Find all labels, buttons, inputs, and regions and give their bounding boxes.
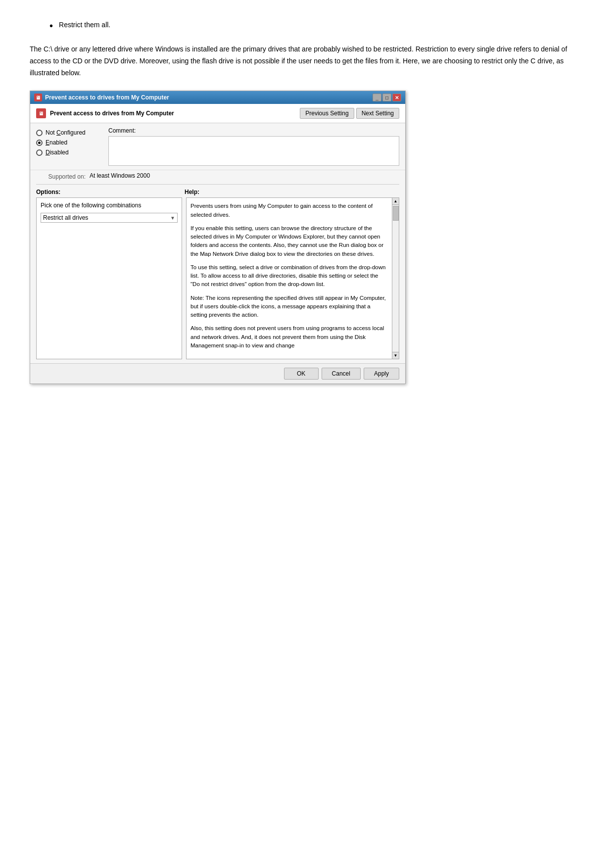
- options-panel: Pick one of the following combinations R…: [36, 197, 182, 359]
- options-bar-label: Options:: [36, 189, 185, 195]
- policy-nav-buttons: Previous Setting Next Setting: [300, 108, 399, 119]
- comment-textarea[interactable]: [108, 136, 399, 166]
- scroll-up-button[interactable]: ▲: [392, 198, 399, 205]
- comment-label: Comment:: [108, 127, 399, 134]
- policy-header: 🖥 Prevent access to drives from My Compu…: [30, 104, 405, 123]
- supported-row: Supported on: At least Windows 2000: [30, 170, 405, 182]
- radio-enabled-label: Enabled: [46, 139, 67, 146]
- dialog-titlebar-controls: _ □ ✕: [373, 94, 401, 101]
- help-scrollbar[interactable]: ▲ ▼: [392, 198, 399, 359]
- radio-disabled-label: Disabled: [46, 149, 69, 156]
- options-dropdown[interactable]: Restrict all drives ▼: [41, 213, 178, 223]
- radio-disabled[interactable]: Disabled: [36, 149, 100, 156]
- options-pick-label: Pick one of the following combinations: [41, 202, 178, 209]
- help-paragraph-2: If you enable this setting, users can br…: [190, 224, 388, 258]
- radio-enabled-input[interactable]: [36, 140, 43, 146]
- bullet-section: • Restrict them all.: [30, 20, 584, 32]
- help-paragraph-3: To use this setting, select a drive or c…: [190, 263, 388, 289]
- help-paragraph-1: Prevents users from using My Computer to…: [190, 202, 388, 219]
- ok-button[interactable]: OK: [284, 368, 319, 380]
- dialog-body: 🖥 Prevent access to drives from My Compu…: [30, 104, 405, 384]
- supported-label: Supported on:: [36, 172, 86, 180]
- dialog-title: Prevent access to drives from My Compute…: [45, 94, 169, 101]
- dialog-titlebar-icon: 🖥: [34, 94, 42, 101]
- help-paragraph-5: Also, this setting does not prevent user…: [190, 324, 388, 350]
- options-help-bar: Options: Help:: [30, 187, 405, 197]
- scroll-down-button[interactable]: ▼: [392, 352, 399, 359]
- options-help-content: Pick one of the following combinations R…: [30, 197, 405, 363]
- radio-not-configured[interactable]: Not Configured: [36, 129, 100, 136]
- radio-not-configured-label: Not Configured: [46, 129, 86, 136]
- apply-button[interactable]: Apply: [364, 368, 399, 380]
- radio-comment-row: Not Configured Enabled Disabled Comment:: [30, 123, 405, 170]
- scroll-thumb[interactable]: [393, 206, 399, 221]
- close-button[interactable]: ✕: [392, 94, 401, 101]
- help-panel: Prevents users from using My Computer to…: [186, 197, 399, 359]
- help-paragraph-4: Note: The icons representing the specifi…: [190, 294, 388, 320]
- options-dropdown-text: Restrict all drives: [43, 214, 170, 221]
- policy-header-text: Prevent access to drives from My Compute…: [50, 110, 174, 117]
- radio-column: Not Configured Enabled Disabled: [36, 127, 100, 166]
- bullet-text: Restrict them all.: [59, 20, 110, 30]
- restore-button[interactable]: □: [382, 94, 391, 101]
- radio-enabled[interactable]: Enabled: [36, 139, 100, 146]
- comment-column: Comment:: [108, 127, 399, 166]
- next-setting-button[interactable]: Next Setting: [356, 108, 399, 119]
- minimize-button[interactable]: _: [373, 94, 381, 101]
- dialog-titlebar-left: 🖥 Prevent access to drives from My Compu…: [34, 94, 169, 101]
- policy-icon: 🖥: [36, 108, 46, 118]
- radio-not-configured-input[interactable]: [36, 130, 43, 136]
- bullet-dot: •: [49, 20, 53, 32]
- section-divider: [36, 184, 399, 185]
- dialog-titlebar: 🖥 Prevent access to drives from My Compu…: [30, 91, 405, 104]
- intro-paragraph-text: The C:\ drive or any lettered drive wher…: [30, 45, 567, 77]
- dropdown-arrow-icon: ▼: [170, 215, 175, 221]
- dialog-footer: OK Cancel Apply: [30, 363, 405, 384]
- bullet-item: • Restrict them all.: [49, 20, 584, 32]
- previous-setting-button[interactable]: Previous Setting: [300, 108, 354, 119]
- help-panel-inner: Prevents users from using My Computer to…: [190, 202, 395, 350]
- radio-disabled-input[interactable]: [36, 149, 43, 156]
- dialog-window: 🖥 Prevent access to drives from My Compu…: [30, 91, 406, 384]
- intro-paragraph: The C:\ drive or any lettered drive wher…: [30, 44, 574, 79]
- cancel-button[interactable]: Cancel: [322, 368, 361, 380]
- supported-value: At least Windows 2000: [90, 172, 399, 179]
- policy-header-left: 🖥 Prevent access to drives from My Compu…: [36, 108, 174, 118]
- help-bar-label: Help:: [185, 189, 399, 195]
